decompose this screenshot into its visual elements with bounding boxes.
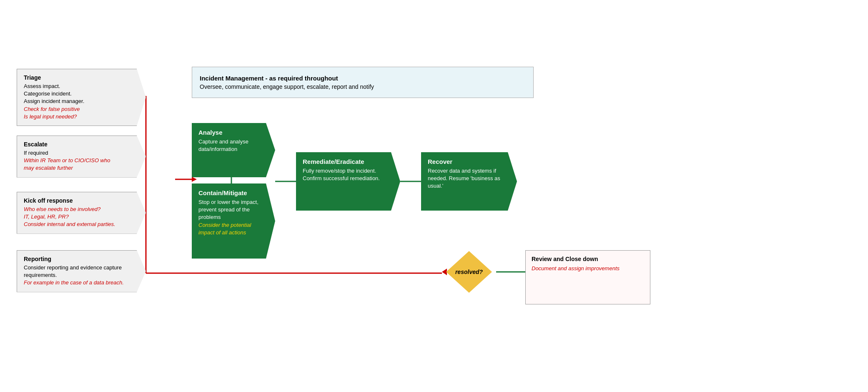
- contain-box: Contain/Mitigate Stop or lower the impac…: [192, 183, 275, 259]
- diagram-container: Incident Management - as required throug…: [0, 0, 868, 392]
- reporting-italic: For example in the case of a data breach…: [24, 279, 133, 286]
- reporting-chevron: Reporting Consider reporting and evidenc…: [17, 250, 146, 292]
- remediate-title: Remediate/Eradicate: [303, 158, 392, 165]
- remediate-box: Remediate/Eradicate Fully remove/stop th…: [296, 152, 400, 211]
- review-italic: Document and assign improvements: [532, 265, 644, 273]
- resolved-diamond-container: resolved?: [442, 251, 496, 293]
- analyse-box: Analyse Capture and analyse data/informa…: [192, 123, 275, 177]
- review-title: Review and Close down: [532, 256, 644, 262]
- contain-italic: Consider the potential impact of all act…: [198, 221, 267, 236]
- analyse-body: Capture and analyse data/information: [198, 138, 267, 153]
- contain-title: Contain/Mitigate: [198, 189, 267, 196]
- contain-body: Stop or lower the impact, prevent spread…: [198, 199, 267, 221]
- triage-body: Assess impact.Categorise incident.Assign…: [24, 83, 133, 106]
- recover-body: Recover data and systems if needed. Resu…: [428, 167, 509, 190]
- incident-banner-subtitle: Oversee, communicate, engage support, es…: [200, 83, 526, 90]
- recover-box: Recover Recover data and systems if need…: [421, 152, 517, 211]
- escalate-italic: Within IR Team or to CIO/CISO whomay esc…: [24, 157, 133, 172]
- svg-marker-3: [192, 177, 197, 182]
- reporting-body: Consider reporting and evidence capturer…: [24, 264, 133, 279]
- kickoff-heading: Kick off response: [24, 197, 133, 204]
- triage-italic: Check for false positiveIs legal input n…: [24, 106, 133, 121]
- reporting-heading: Reporting: [24, 256, 133, 262]
- remediate-body: Fully remove/stop the incident. Confirm …: [303, 167, 392, 182]
- incident-management-banner: Incident Management - as required throug…: [192, 67, 534, 98]
- kickoff-chevron: Kick off response Who else needs to be i…: [17, 192, 146, 234]
- escalate-body: If required: [24, 149, 133, 157]
- triage-heading: Triage: [24, 74, 133, 81]
- triage-chevron: Triage Assess impact.Categorise incident…: [17, 69, 146, 126]
- kickoff-italic: Who else needs to be involved?IT, Legal,…: [24, 206, 133, 229]
- analyse-title: Analyse: [198, 129, 267, 136]
- recover-title: Recover: [428, 158, 509, 165]
- resolved-diamond: [446, 251, 492, 293]
- incident-banner-title: Incident Management - as required throug…: [200, 75, 526, 82]
- escalate-heading: Escalate: [24, 141, 133, 148]
- escalate-chevron: Escalate If required Within IR Team or t…: [17, 136, 146, 178]
- review-close-box: Review and Close down Document and assig…: [525, 250, 650, 304]
